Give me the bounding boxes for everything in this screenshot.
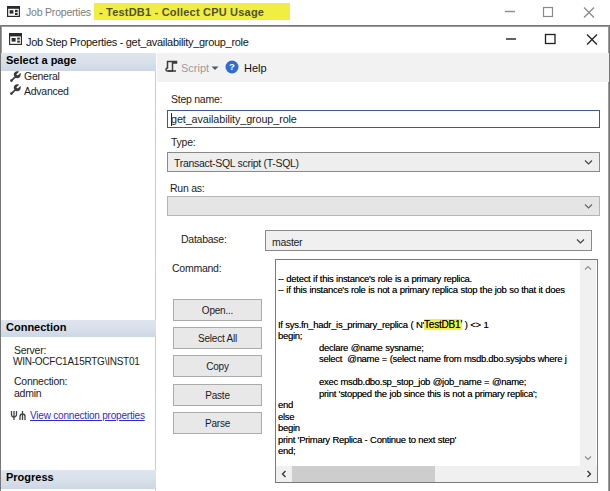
svg-text:?: ? <box>229 61 235 72</box>
